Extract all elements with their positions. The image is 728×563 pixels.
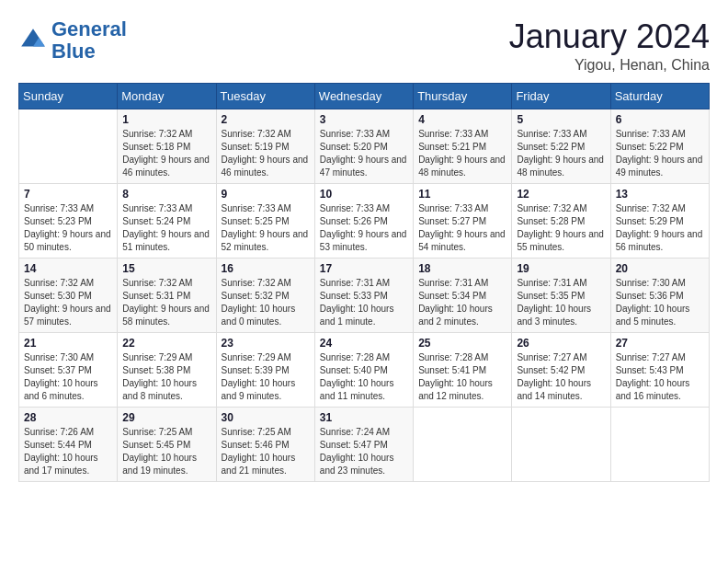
day-number: 5 (517, 113, 605, 126)
sunrise-text: Sunrise: 7:33 AM (418, 128, 506, 141)
header-thursday: Thursday (414, 83, 512, 109)
day-info: Sunrise: 7:32 AMSunset: 5:31 PMDaylight:… (122, 277, 210, 328)
day-cell: 6Sunrise: 7:33 AMSunset: 5:22 PMDaylight… (610, 109, 709, 183)
sunrise-text: Sunrise: 7:33 AM (122, 202, 210, 215)
day-number: 19 (517, 262, 605, 275)
day-info: Sunrise: 7:25 AMSunset: 5:46 PMDaylight:… (222, 426, 310, 477)
day-number: 16 (222, 262, 310, 275)
sunset-text: Sunset: 5:35 PM (517, 290, 605, 303)
daylight-text: Daylight: 10 hours and 3 minutes. (517, 303, 605, 328)
sunrise-text: Sunrise: 7:33 AM (320, 202, 408, 215)
week-row-4: 21Sunrise: 7:30 AMSunset: 5:37 PMDayligh… (19, 332, 710, 407)
day-info: Sunrise: 7:33 AMSunset: 5:22 PMDaylight:… (517, 128, 605, 179)
sunrise-text: Sunrise: 7:33 AM (418, 202, 506, 215)
day-info: Sunrise: 7:31 AMSunset: 5:34 PMDaylight:… (418, 277, 506, 328)
day-cell: 13Sunrise: 7:32 AMSunset: 5:29 PMDayligh… (610, 183, 709, 258)
sunrise-text: Sunrise: 7:33 AM (616, 128, 704, 141)
day-cell: 10Sunrise: 7:33 AMSunset: 5:26 PMDayligh… (314, 183, 413, 258)
daylight-text: Daylight: 10 hours and 9 minutes. (222, 377, 310, 403)
daylight-text: Daylight: 9 hours and 51 minutes. (122, 228, 210, 254)
page-header: General Blue January 2024 Yigou, Henan, … (18, 18, 710, 74)
sunrise-text: Sunrise: 7:30 AM (24, 351, 112, 364)
sunset-text: Sunset: 5:29 PM (616, 215, 704, 228)
day-info: Sunrise: 7:33 AMSunset: 5:21 PMDaylight:… (418, 128, 506, 179)
daylight-text: Daylight: 10 hours and 17 minutes. (24, 452, 112, 477)
day-cell: 31Sunrise: 7:24 AMSunset: 5:47 PMDayligh… (314, 407, 413, 481)
title-block: January 2024 Yigou, Henan, China (509, 18, 710, 74)
day-number: 9 (222, 188, 310, 201)
day-number: 1 (122, 113, 210, 126)
daylight-text: Daylight: 9 hours and 46 minutes. (222, 154, 310, 179)
day-number: 20 (616, 262, 704, 275)
day-number: 18 (418, 262, 506, 275)
sunrise-text: Sunrise: 7:33 AM (517, 128, 605, 141)
day-number: 3 (320, 113, 408, 126)
header-saturday: Saturday (610, 83, 709, 109)
sunrise-text: Sunrise: 7:24 AM (320, 426, 408, 439)
daylight-text: Daylight: 10 hours and 16 minutes. (616, 377, 704, 403)
sunrise-text: Sunrise: 7:33 AM (320, 128, 408, 141)
day-cell: 27Sunrise: 7:27 AMSunset: 5:43 PMDayligh… (610, 332, 709, 407)
day-info: Sunrise: 7:30 AMSunset: 5:36 PMDaylight:… (616, 277, 704, 328)
day-info: Sunrise: 7:29 AMSunset: 5:38 PMDaylight:… (122, 351, 210, 403)
day-cell: 9Sunrise: 7:33 AMSunset: 5:25 PMDaylight… (216, 183, 314, 258)
sunset-text: Sunset: 5:47 PM (320, 439, 408, 452)
sunrise-text: Sunrise: 7:27 AM (616, 351, 704, 364)
location-subtitle: Yigou, Henan, China (509, 57, 710, 74)
sunrise-text: Sunrise: 7:31 AM (517, 277, 605, 290)
daylight-text: Daylight: 9 hours and 50 minutes. (24, 228, 112, 254)
day-info: Sunrise: 7:27 AMSunset: 5:43 PMDaylight:… (616, 351, 704, 403)
day-cell: 4Sunrise: 7:33 AMSunset: 5:21 PMDaylight… (414, 109, 512, 183)
sunrise-text: Sunrise: 7:32 AM (24, 277, 112, 290)
sunrise-text: Sunrise: 7:32 AM (122, 277, 210, 290)
day-cell: 28Sunrise: 7:26 AMSunset: 5:44 PMDayligh… (19, 407, 118, 481)
day-info: Sunrise: 7:30 AMSunset: 5:37 PMDaylight:… (24, 351, 112, 403)
day-number: 29 (122, 411, 210, 424)
day-number: 7 (24, 188, 112, 201)
sunrise-text: Sunrise: 7:32 AM (122, 128, 210, 141)
week-row-3: 14Sunrise: 7:32 AMSunset: 5:30 PMDayligh… (19, 258, 710, 332)
day-info: Sunrise: 7:27 AMSunset: 5:42 PMDaylight:… (517, 351, 605, 403)
day-cell: 22Sunrise: 7:29 AMSunset: 5:38 PMDayligh… (118, 332, 216, 407)
day-cell (19, 109, 118, 183)
day-number: 24 (320, 337, 408, 350)
sunset-text: Sunset: 5:28 PM (517, 215, 605, 228)
sunset-text: Sunset: 5:31 PM (122, 290, 210, 303)
day-info: Sunrise: 7:33 AMSunset: 5:24 PMDaylight:… (122, 202, 210, 254)
day-info: Sunrise: 7:32 AMSunset: 5:18 PMDaylight:… (122, 128, 210, 179)
sunrise-text: Sunrise: 7:25 AM (222, 426, 310, 439)
sunset-text: Sunset: 5:38 PM (122, 364, 210, 377)
sunset-text: Sunset: 5:20 PM (320, 141, 408, 154)
header-monday: Monday (118, 83, 216, 109)
sunrise-text: Sunrise: 7:33 AM (24, 202, 112, 215)
logo: General Blue (18, 18, 127, 63)
day-number: 11 (418, 188, 506, 201)
month-year-title: January 2024 (509, 18, 710, 55)
daylight-text: Daylight: 9 hours and 54 minutes. (418, 228, 506, 254)
day-info: Sunrise: 7:33 AMSunset: 5:23 PMDaylight:… (24, 202, 112, 254)
sunset-text: Sunset: 5:36 PM (616, 290, 704, 303)
day-info: Sunrise: 7:33 AMSunset: 5:20 PMDaylight:… (320, 128, 408, 179)
day-info: Sunrise: 7:32 AMSunset: 5:19 PMDaylight:… (222, 128, 310, 179)
day-cell: 23Sunrise: 7:29 AMSunset: 5:39 PMDayligh… (216, 332, 314, 407)
day-cell: 7Sunrise: 7:33 AMSunset: 5:23 PMDaylight… (19, 183, 118, 258)
calendar-table: SundayMondayTuesdayWednesdayThursdayFrid… (18, 83, 710, 482)
daylight-text: Daylight: 10 hours and 5 minutes. (616, 303, 704, 328)
day-cell: 1Sunrise: 7:32 AMSunset: 5:18 PMDaylight… (118, 109, 216, 183)
day-cell: 29Sunrise: 7:25 AMSunset: 5:45 PMDayligh… (118, 407, 216, 481)
day-cell: 5Sunrise: 7:33 AMSunset: 5:22 PMDaylight… (512, 109, 610, 183)
sunset-text: Sunset: 5:32 PM (222, 290, 310, 303)
day-info: Sunrise: 7:33 AMSunset: 5:22 PMDaylight:… (616, 128, 704, 179)
week-row-1: 1Sunrise: 7:32 AMSunset: 5:18 PMDaylight… (19, 109, 710, 183)
day-number: 17 (320, 262, 408, 275)
sunset-text: Sunset: 5:46 PM (222, 439, 310, 452)
daylight-text: Daylight: 9 hours and 46 minutes. (122, 154, 210, 179)
day-number: 15 (122, 262, 210, 275)
day-info: Sunrise: 7:33 AMSunset: 5:26 PMDaylight:… (320, 202, 408, 254)
day-cell: 11Sunrise: 7:33 AMSunset: 5:27 PMDayligh… (414, 183, 512, 258)
day-info: Sunrise: 7:32 AMSunset: 5:30 PMDaylight:… (24, 277, 112, 328)
sunrise-text: Sunrise: 7:29 AM (222, 351, 310, 364)
header-tuesday: Tuesday (216, 83, 314, 109)
sunset-text: Sunset: 5:33 PM (320, 290, 408, 303)
day-info: Sunrise: 7:32 AMSunset: 5:29 PMDaylight:… (616, 202, 704, 254)
